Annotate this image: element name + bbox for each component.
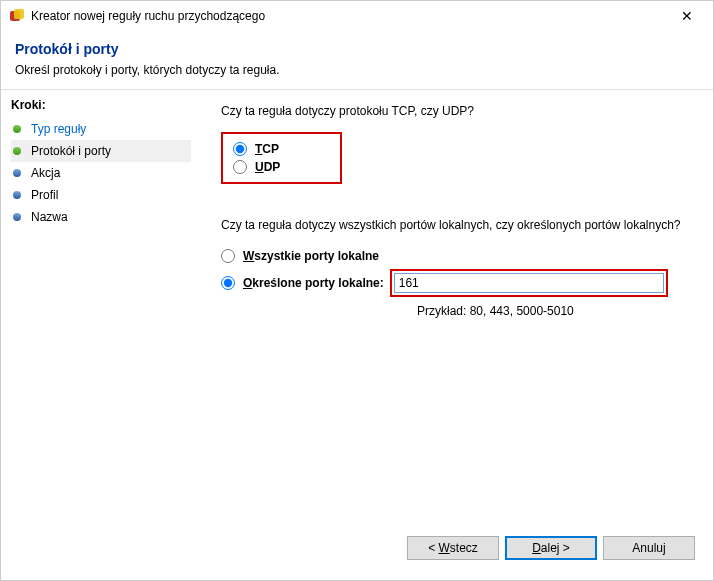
radio-all-ports-label: Wszystkie porty lokalne bbox=[243, 249, 379, 263]
radio-all-ports[interactable]: Wszystkie porty lokalne bbox=[221, 246, 695, 266]
ports-input[interactable] bbox=[394, 273, 664, 293]
radio-specific-ports-label: Określone porty lokalne: bbox=[243, 276, 384, 290]
next-button[interactable]: Dalej > bbox=[505, 536, 597, 560]
wizard-content: Czy ta reguła dotyczy protokołu TCP, czy… bbox=[201, 90, 713, 574]
bullet-icon bbox=[13, 213, 21, 221]
wizard-header: Protokół i porty Określ protokoły i port… bbox=[1, 31, 713, 89]
step-label[interactable]: Typ reguły bbox=[31, 122, 86, 136]
radio-udp[interactable]: UDP bbox=[233, 158, 280, 176]
step-label: Protokół i porty bbox=[31, 144, 111, 158]
close-button[interactable]: ✕ bbox=[667, 2, 707, 30]
step-akcja[interactable]: Akcja bbox=[11, 162, 191, 184]
titlebar: Kreator nowej reguły ruchu przychodząceg… bbox=[1, 1, 713, 31]
app-icon bbox=[9, 8, 25, 24]
step-protokol-i-porty[interactable]: Protokół i porty bbox=[11, 140, 191, 162]
wizard-buttons: < Wstecz Dalej > Anuluj bbox=[407, 536, 695, 560]
page-title: Protokół i porty bbox=[15, 41, 699, 57]
bullet-icon bbox=[13, 169, 21, 177]
protocol-question: Czy ta reguła dotyczy protokołu TCP, czy… bbox=[221, 104, 695, 118]
steps-heading: Kroki: bbox=[11, 98, 191, 112]
ports-group: Wszystkie porty lokalne Określone porty … bbox=[221, 246, 695, 318]
bullet-icon bbox=[13, 147, 21, 155]
step-nazwa[interactable]: Nazwa bbox=[11, 206, 191, 228]
ports-example: Przykład: 80, 443, 5000-5010 bbox=[417, 304, 695, 318]
step-label: Akcja bbox=[31, 166, 60, 180]
radio-tcp-label: TCP bbox=[255, 142, 279, 156]
cancel-button[interactable]: Anuluj bbox=[603, 536, 695, 560]
step-typ-reguly[interactable]: Typ reguły bbox=[11, 118, 191, 140]
bullet-icon bbox=[13, 191, 21, 199]
wizard-body: Kroki: Typ reguły Protokół i porty Akcja… bbox=[1, 89, 713, 574]
steps-sidebar: Kroki: Typ reguły Protokół i porty Akcja… bbox=[1, 90, 201, 574]
bullet-icon bbox=[13, 125, 21, 133]
radio-tcp[interactable]: TCP bbox=[233, 140, 280, 158]
port-input-highlight bbox=[390, 269, 668, 297]
step-label: Nazwa bbox=[31, 210, 68, 224]
page-subtitle: Określ protokoły i porty, których dotycz… bbox=[15, 63, 699, 77]
step-profil[interactable]: Profil bbox=[11, 184, 191, 206]
radio-all-ports-input[interactable] bbox=[221, 249, 235, 263]
radio-specific-ports-input[interactable] bbox=[221, 276, 235, 290]
ports-question: Czy ta reguła dotyczy wszystkich portów … bbox=[221, 218, 695, 232]
step-label: Profil bbox=[31, 188, 58, 202]
radio-udp-label: UDP bbox=[255, 160, 280, 174]
radio-udp-input[interactable] bbox=[233, 160, 247, 174]
window-title: Kreator nowej reguły ruchu przychodząceg… bbox=[31, 9, 667, 23]
radio-specific-ports[interactable]: Określone porty lokalne: bbox=[221, 276, 384, 290]
radio-tcp-input[interactable] bbox=[233, 142, 247, 156]
protocol-group-highlight: TCP UDP bbox=[221, 132, 342, 184]
back-button[interactable]: < Wstecz bbox=[407, 536, 499, 560]
svg-rect-1 bbox=[14, 9, 24, 19]
